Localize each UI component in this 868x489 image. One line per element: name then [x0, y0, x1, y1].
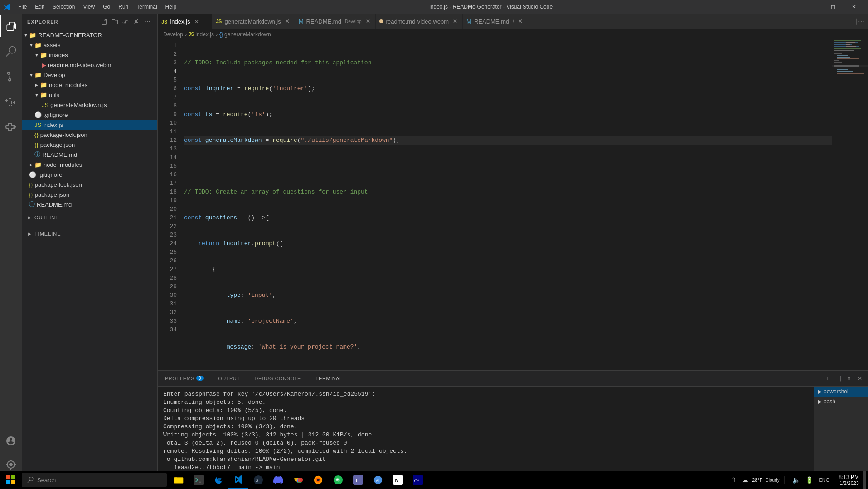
panel-tab-debug[interactable]: DEBUG CONSOLE	[247, 371, 308, 386]
activity-account[interactable]	[0, 430, 22, 452]
maximize-button[interactable]: ◻	[823, 0, 844, 14]
tree-item-root[interactable]: ▼ 📁 README-GENERATOR	[22, 30, 157, 40]
taskbar-spotify[interactable]	[328, 471, 348, 489]
maximize-panel-button[interactable]: ⇧	[844, 374, 853, 383]
tree-item-develop[interactable]: ▼ 📁 Develop	[22, 70, 157, 80]
more-actions-button[interactable]: ⋯	[858, 18, 864, 25]
tree-item-index-js[interactable]: JS index.js	[22, 120, 157, 130]
breadcrumb-develop[interactable]: Develop	[163, 31, 183, 38]
battery-icon[interactable]: 🔋	[804, 476, 815, 484]
tree-item-readme-2[interactable]: ⓘ README.md	[22, 199, 157, 209]
tree-item-pkg-1[interactable]: {} package.json	[22, 140, 157, 150]
collapse-all-button[interactable]	[132, 17, 141, 26]
taskbar-steam[interactable]: S	[248, 471, 268, 489]
new-folder-button[interactable]	[110, 17, 119, 26]
taskbar-teams[interactable]: T	[348, 471, 368, 489]
activity-run-debug[interactable]	[0, 92, 22, 113]
tree-item-pkglock-2[interactable]: {} package-lock.json	[22, 179, 157, 189]
terminal-line: Compressing objects: 100% (3/3), done.	[163, 423, 808, 431]
lang-icon[interactable]: ENG	[817, 477, 831, 483]
close-button[interactable]: ✕	[844, 0, 864, 14]
menu-go[interactable]: Go	[99, 2, 114, 12]
weather-icon[interactable]: ☁	[740, 476, 750, 484]
menu-view[interactable]: View	[79, 2, 98, 12]
taskbar-terminal[interactable]	[189, 471, 209, 489]
taskbar-vscode[interactable]	[228, 471, 248, 489]
taskbar-browser2[interactable]	[308, 471, 328, 489]
taskbar-discord[interactable]	[268, 471, 288, 489]
taskbar-search[interactable]: Search	[22, 473, 167, 487]
menu-run[interactable]: Run	[115, 2, 132, 12]
tray-icon-1[interactable]: ⇧	[729, 476, 738, 484]
taskbar-cmd[interactable]: C:\	[408, 471, 428, 489]
tree-item-node-modules-1[interactable]: ► 📁 node_modules	[22, 80, 157, 90]
panel-tab-terminal[interactable]: TERMINAL	[308, 371, 350, 386]
show-desktop-button[interactable]	[863, 471, 866, 489]
panel-tab-problems[interactable]: PROBLEMS 9	[158, 371, 211, 386]
tree-item-gitignore-2[interactable]: ⚪ .gitignore	[22, 169, 157, 179]
tree-item-readme-1[interactable]: ⓘ README.md	[22, 150, 157, 160]
outline-header[interactable]: ► OUTLINE	[22, 213, 157, 222]
split-terminal-button[interactable]: ⎹	[834, 374, 843, 383]
minimize-button[interactable]: ―	[802, 0, 823, 14]
tab-readme-backslash[interactable]: M README.md \ ✕	[463, 14, 528, 29]
taskbar-edge[interactable]	[209, 471, 228, 489]
terminal-line: Counting objects: 100% (5/5), done.	[163, 407, 808, 415]
activity-extensions[interactable]	[0, 117, 22, 139]
taskbar-copilot[interactable]: AI	[368, 471, 388, 489]
tab-close-button[interactable]: ✕	[284, 18, 291, 25]
breadcrumb-generatemarkdown[interactable]: generateMarkdown	[224, 31, 271, 38]
taskbar-notion[interactable]: N	[388, 471, 408, 489]
tree-item-pkg-2[interactable]: {} package.json	[22, 189, 157, 199]
terminal-powershell[interactable]: ▶ powershell	[814, 387, 868, 397]
svg-rect-19	[837, 69, 848, 70]
tree-item-assets[interactable]: ▼ 📁 assets	[22, 40, 157, 50]
new-file-button[interactable]: ​	[99, 17, 108, 26]
taskbar-file-explorer[interactable]	[169, 471, 189, 489]
menu-help[interactable]: Help	[162, 2, 180, 12]
menu-selection[interactable]: Selection	[49, 2, 78, 12]
terminal-output[interactable]: Enter passphrase for key '/c/Users/Kamer…	[158, 387, 814, 479]
network-icon[interactable]: │	[781, 476, 789, 484]
tab-close-button[interactable]: ✕	[517, 18, 524, 25]
svg-rect-17	[834, 65, 859, 67]
start-button[interactable]	[2, 471, 20, 489]
breadcrumb-sep: ›	[216, 31, 218, 38]
tree-item-pkglock-1[interactable]: {} package-lock.json	[22, 130, 157, 140]
tree-item-utils[interactable]: ▼ 📁 utils	[22, 90, 157, 100]
taskbar-clock[interactable]: 8:13 PM 1/2/2023	[835, 474, 863, 486]
new-terminal-button[interactable]: +	[823, 374, 832, 383]
menu-terminal[interactable]: Terminal	[133, 2, 160, 12]
tree-item-webm[interactable]: ▶ readme.md-video.webm	[22, 60, 157, 70]
taskbar-chrome[interactable]	[288, 471, 308, 489]
tree-label: readme.md-video.webm	[48, 62, 111, 68]
volume-icon[interactable]: 🔈	[790, 476, 802, 484]
panel-tab-output[interactable]: OUTPUT	[211, 371, 247, 386]
more-options-button[interactable]: ⋯	[143, 17, 152, 26]
tab-close-button[interactable]: ✕	[451, 18, 459, 25]
tab-index-js[interactable]: JS index.js ✕	[158, 14, 212, 29]
line-num: 15	[158, 162, 177, 170]
menu-edit[interactable]: Edit	[31, 2, 48, 12]
tab-close-button[interactable]: ✕	[193, 18, 200, 25]
activity-explorer[interactable]	[0, 15, 22, 37]
tab-generatemarkdown[interactable]: JS generateMarkdown.js ✕	[212, 14, 295, 29]
activity-source-control[interactable]	[0, 66, 22, 88]
close-panel-button[interactable]: ✕	[855, 374, 864, 383]
terminal-bash[interactable]: ▶ bash	[814, 397, 868, 407]
timeline-header[interactable]: ► TIMELINE	[22, 229, 157, 238]
tab-readme-develop[interactable]: M README.md Develop ✕	[295, 14, 376, 29]
sidebar: EXPLORER ​ ⋯	[22, 14, 158, 479]
tab-close-button[interactable]: ✕	[364, 18, 372, 25]
refresh-button[interactable]	[121, 17, 130, 26]
code-editor[interactable]: // TODO: Include packages needed for thi…	[180, 39, 832, 370]
breadcrumb-indexjs[interactable]: index.js	[195, 31, 214, 38]
activity-search[interactable]	[0, 41, 22, 63]
tree-item-images[interactable]: ▼ 📁 images	[22, 50, 157, 60]
menu-file[interactable]: File	[15, 2, 30, 12]
split-editor-button[interactable]: ⎹	[851, 18, 856, 25]
tree-item-node-modules-2[interactable]: ► 📁 node_modules	[22, 160, 157, 169]
tree-item-gitignore-1[interactable]: ⚪ .gitignore	[22, 110, 157, 120]
tab-webm[interactable]: readme.md-video.webm ✕	[376, 14, 463, 29]
tree-item-generatemarkdown[interactable]: JS generateMarkdown.js	[22, 100, 157, 110]
